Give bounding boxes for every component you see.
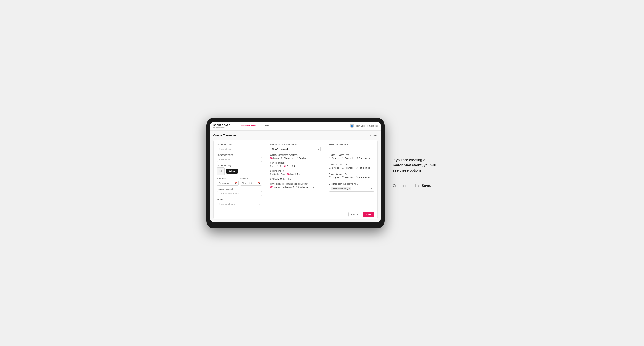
round1-radio-group: Singles Fourball Foursomes bbox=[329, 157, 374, 159]
tablet-frame: SCOREBOARD Powered by clippit TOURNAMENT… bbox=[206, 118, 384, 228]
scoring-stroke-option[interactable]: Stroke Play bbox=[270, 173, 285, 175]
round3-foursomes-radio[interactable] bbox=[356, 176, 358, 178]
rounds-label: Number of rounds bbox=[270, 162, 321, 164]
round3-singles-radio[interactable] bbox=[329, 176, 331, 178]
round2-singles[interactable]: Singles bbox=[329, 167, 340, 169]
rounds-1-option[interactable]: 1 bbox=[270, 165, 274, 167]
scoring-match-radio[interactable] bbox=[287, 173, 290, 175]
venue-field: Venue bbox=[217, 198, 262, 206]
api-tag: Leaderboard King × bbox=[331, 187, 352, 190]
round2-foursomes-radio[interactable] bbox=[356, 167, 358, 169]
teams-radio-group: Teams (+Individuals) Individuals Only bbox=[270, 186, 321, 188]
rounds-4-option[interactable]: 4 bbox=[290, 165, 295, 167]
rounds-2-radio[interactable] bbox=[277, 165, 279, 167]
max-team-size-input[interactable] bbox=[329, 147, 339, 152]
gender-combined-radio[interactable] bbox=[296, 157, 298, 159]
tab-teams[interactable]: TEAMS bbox=[258, 122, 272, 131]
left-mid-divider bbox=[266, 144, 266, 206]
gender-mens-radio[interactable] bbox=[270, 157, 272, 159]
rounds-3-radio[interactable] bbox=[284, 165, 286, 167]
calendar-icon: 📅 bbox=[234, 182, 237, 184]
round2-foursomes[interactable]: Foursomes bbox=[356, 167, 370, 169]
navbar-right: 👤 Test User | Sign out bbox=[350, 124, 378, 128]
round1-fourball[interactable]: Fourball bbox=[342, 157, 353, 159]
navbar-tabs: TOURNAMENTS TEAMS bbox=[236, 122, 272, 131]
teams-individuals-radio[interactable] bbox=[296, 186, 299, 188]
end-date-label: End date bbox=[240, 177, 262, 180]
round1-singles[interactable]: Singles bbox=[329, 157, 340, 159]
sponsor-label: Sponsor (optional) bbox=[217, 188, 262, 190]
round2-fourball[interactable]: Fourball bbox=[342, 167, 353, 169]
tournament-host-input[interactable] bbox=[217, 147, 262, 152]
round3-foursomes[interactable]: Foursomes bbox=[356, 176, 370, 179]
cancel-button[interactable]: Cancel bbox=[348, 212, 362, 217]
gender-radio-group: Mens Womens Combined bbox=[270, 157, 321, 159]
page-title: Create Tournament bbox=[213, 134, 239, 137]
tournament-name-input[interactable] bbox=[217, 157, 262, 162]
teams-individuals-option[interactable]: Individuals Only bbox=[296, 186, 316, 188]
tournament-host-label: Tournament Host bbox=[217, 144, 262, 146]
round2-singles-radio[interactable] bbox=[329, 167, 331, 169]
gender-mens-option[interactable]: Mens bbox=[270, 157, 279, 159]
scoring-match-option[interactable]: Match Play bbox=[287, 173, 302, 175]
mid-right-divider bbox=[325, 144, 325, 206]
scoring-medal-radio[interactable] bbox=[270, 178, 272, 180]
tablet-screen: SCOREBOARD Powered by clippit TOURNAMENT… bbox=[210, 122, 381, 222]
round3-fourball[interactable]: Fourball bbox=[342, 176, 353, 179]
gender-womens-option[interactable]: Womens bbox=[281, 157, 293, 159]
round3-radio-group: Singles Fourball Foursomes bbox=[329, 176, 374, 179]
venue-input[interactable] bbox=[217, 201, 262, 206]
rounds-1-radio[interactable] bbox=[270, 165, 272, 167]
teams-teams-option[interactable]: Teams (+Individuals) bbox=[270, 186, 294, 188]
annotation-bottom: Complete and hit Save. bbox=[393, 183, 438, 188]
division-label: Which division is the event for? bbox=[270, 144, 321, 146]
teams-teams-radio[interactable] bbox=[270, 186, 272, 188]
round1-foursomes-radio[interactable] bbox=[356, 157, 358, 159]
save-button[interactable]: Save bbox=[363, 212, 374, 217]
sign-out-link[interactable]: Sign out bbox=[369, 125, 378, 127]
round1-foursomes[interactable]: Foursomes bbox=[356, 157, 370, 159]
page-header: Create Tournament ← Back bbox=[213, 134, 378, 137]
tab-tournaments[interactable]: TOURNAMENTS bbox=[236, 122, 258, 131]
avatar: 👤 bbox=[350, 124, 354, 128]
form-footer: Cancel Save bbox=[214, 210, 378, 219]
round3-singles[interactable]: Singles bbox=[329, 176, 340, 179]
rounds-3-option[interactable]: 3 bbox=[284, 165, 288, 167]
back-button[interactable]: ← Back bbox=[370, 134, 378, 137]
round1-fourball-radio[interactable] bbox=[342, 157, 344, 159]
upload-button[interactable]: Upload bbox=[226, 169, 238, 173]
gender-label: Which gender is the event for? bbox=[270, 154, 321, 156]
scoring-label: Scoring system bbox=[270, 170, 321, 172]
round1-singles-radio[interactable] bbox=[329, 157, 331, 159]
round2-fourball-radio[interactable] bbox=[342, 167, 344, 169]
scoring-medal-option[interactable]: Medal Match Play bbox=[270, 178, 291, 180]
navbar: SCOREBOARD Powered by clippit TOURNAMENT… bbox=[210, 122, 381, 131]
round3-fourball-radio[interactable] bbox=[342, 176, 344, 178]
start-date-label: Start date bbox=[217, 177, 238, 180]
tournament-logo-field: Tournament logo 🖼 Upload bbox=[217, 164, 262, 175]
round2-match-type-section: Round 2 - Match Type Singles Fourball bbox=[329, 164, 374, 169]
venue-label: Venue bbox=[217, 198, 262, 201]
venue-select-wrap bbox=[217, 201, 262, 206]
teams-field: Is this event for Teams and/or Individua… bbox=[270, 183, 321, 188]
rounds-4-radio[interactable] bbox=[290, 165, 293, 167]
brand-logo: SCOREBOARD Powered by clippit bbox=[213, 124, 230, 128]
gender-field: Which gender is the event for? Mens Wome… bbox=[270, 154, 321, 159]
round2-radio-group: Singles Fourball Foursomes bbox=[329, 167, 374, 169]
api-select-box[interactable]: Leaderboard King × ▾ bbox=[329, 186, 374, 191]
tournament-logo-label: Tournament logo bbox=[217, 164, 262, 167]
gender-womens-radio[interactable] bbox=[281, 157, 284, 159]
sponsor-input[interactable] bbox=[217, 191, 262, 196]
separator: | bbox=[367, 125, 368, 127]
api-remove-button[interactable]: × bbox=[349, 187, 350, 190]
scoring-stroke-radio[interactable] bbox=[270, 173, 272, 175]
gender-combined-option[interactable]: Combined bbox=[296, 157, 309, 159]
scoring-field: Scoring system Stroke Play Match Play bbox=[270, 170, 321, 180]
api-field: Use third-party live scoring API? Leader… bbox=[329, 183, 374, 191]
scoring-radio-group: Stroke Play Match Play Medal Match Play bbox=[270, 173, 321, 180]
round3-match-type-section: Round 3 - Match Type Singles Fourball bbox=[329, 173, 374, 179]
division-select[interactable]: NCAA Division I bbox=[270, 147, 321, 152]
left-column: Tournament Host Tournament name Tourname… bbox=[217, 144, 262, 206]
user-name: Test User bbox=[356, 125, 365, 127]
rounds-2-option[interactable]: 2 bbox=[277, 165, 281, 167]
